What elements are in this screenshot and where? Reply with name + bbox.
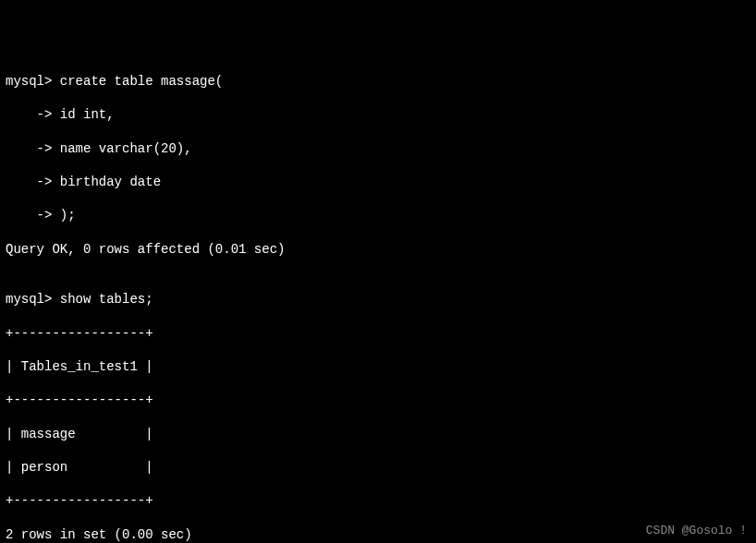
- terminal-line-show-tables: mysql> show tables;: [6, 291, 750, 308]
- terminal-line-query-ok: Query OK, 0 rows affected (0.01 sec): [6, 241, 750, 258]
- terminal-line-col-id: -> id int,: [6, 106, 750, 123]
- terminal-line-header: | Tables_in_test1 |: [6, 358, 750, 375]
- watermark: CSDN @Gosolo !: [646, 524, 747, 539]
- terminal-line-col-birthday: -> birthday date: [6, 174, 750, 190]
- terminal-line-row-person: | person |: [6, 459, 750, 476]
- terminal-line-create: mysql> create table massage(: [6, 73, 750, 90]
- terminal-line-close: -> );: [6, 207, 750, 223]
- terminal-line-row-massage: | massage |: [6, 426, 750, 442]
- terminal-line-border: +-----------------+: [6, 392, 750, 408]
- terminal-line-col-name: -> name varchar(20),: [6, 140, 750, 157]
- terminal-line-border: +-----------------+: [6, 492, 750, 509]
- terminal-line-border: +-----------------+: [6, 325, 750, 342]
- terminal-line-rows-set: 2 rows in set (0.00 sec): [6, 526, 750, 543]
